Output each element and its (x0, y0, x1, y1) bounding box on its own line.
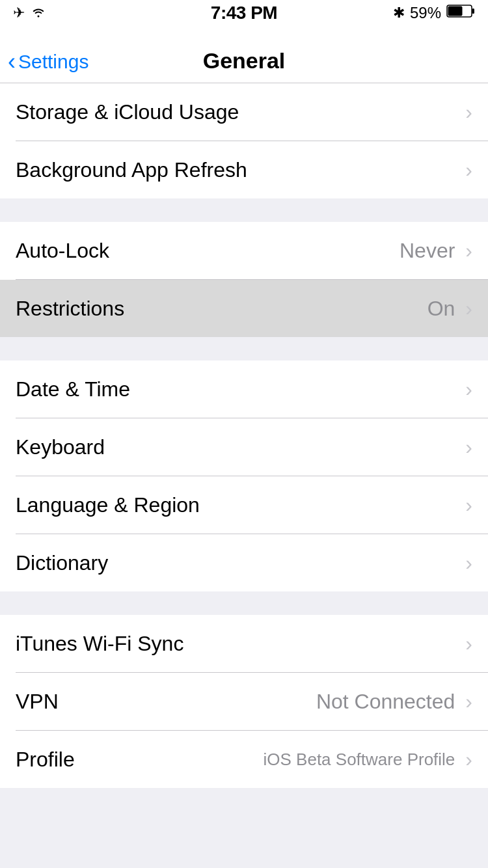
profile-value: iOS Beta Software Profile (264, 750, 455, 770)
chevron-right-icon: › (465, 377, 472, 401)
itunes-wifi-sync-row[interactable]: iTunes Wi-Fi Sync › (0, 615, 488, 672)
keyboard-label: Keyboard (16, 435, 465, 459)
chevron-right-icon: › (465, 297, 472, 321)
section-separator-2 (0, 337, 488, 360)
language-region-row[interactable]: Language & Region › (0, 476, 488, 534)
date-time-row[interactable]: Date & Time › (0, 360, 488, 418)
chevron-right-icon: › (465, 158, 472, 182)
itunes-wifi-sync-label: iTunes Wi-Fi Sync (16, 632, 465, 656)
wifi-icon (31, 5, 46, 21)
chevron-right-icon: › (465, 632, 472, 656)
chevron-right-icon: › (465, 690, 472, 714)
status-bar-time: 7:43 PM (211, 3, 277, 23)
dictionary-label: Dictionary (16, 551, 465, 575)
chevron-right-icon: › (465, 435, 472, 459)
auto-lock-value: Never (400, 239, 455, 263)
storage-label: Storage & iCloud Usage (16, 100, 465, 124)
vpn-value: Not Connected (316, 690, 455, 714)
section-separator-1 (0, 198, 488, 222)
section-separator-3 (0, 591, 488, 615)
nav-bar: ‹ Settings General (0, 26, 488, 83)
airplane-mode-icon: ✈ (13, 5, 25, 21)
section-3: Date & Time › Keyboard › Language & Regi… (0, 360, 488, 591)
section-1: Storage & iCloud Usage › Background App … (0, 83, 488, 198)
svg-rect-1 (472, 8, 475, 14)
battery-percentage: 59% (410, 4, 441, 22)
chevron-right-icon: › (465, 551, 472, 575)
nav-title: General (203, 48, 286, 74)
chevron-right-icon: › (465, 493, 472, 517)
profile-label: Profile (16, 748, 264, 772)
nav-back-button[interactable]: ‹ Settings (0, 50, 88, 74)
vpn-label: VPN (16, 690, 316, 714)
profile-row[interactable]: Profile iOS Beta Software Profile › (0, 731, 488, 788)
restrictions-label: Restrictions (16, 297, 427, 321)
vpn-row[interactable]: VPN Not Connected › (0, 673, 488, 730)
battery-icon (446, 4, 475, 22)
dictionary-row[interactable]: Dictionary › (0, 534, 488, 591)
background-app-refresh-label: Background App Refresh (16, 158, 465, 182)
back-label: Settings (18, 51, 88, 73)
restrictions-value: On (427, 297, 455, 321)
chevron-right-icon: › (465, 239, 472, 263)
svg-rect-2 (448, 7, 463, 16)
restrictions-row[interactable]: Restrictions On › (0, 280, 488, 337)
section-4: iTunes Wi-Fi Sync › VPN Not Connected › … (0, 615, 488, 788)
keyboard-row[interactable]: Keyboard › (0, 418, 488, 476)
auto-lock-row[interactable]: Auto-Lock Never › (0, 222, 488, 279)
auto-lock-label: Auto-Lock (16, 239, 400, 263)
back-chevron-icon: ‹ (8, 50, 16, 74)
storage-row[interactable]: Storage & iCloud Usage › (0, 83, 488, 141)
chevron-right-icon: › (465, 100, 472, 124)
status-bar-left: ✈ (13, 5, 46, 21)
status-bar-right: ✱ 59% (393, 4, 475, 22)
status-bar: ✈ 7:43 PM ✱ 59% (0, 0, 488, 26)
background-app-refresh-row[interactable]: Background App Refresh › (0, 141, 488, 198)
bluetooth-icon: ✱ (393, 5, 405, 21)
date-time-label: Date & Time (16, 377, 465, 401)
chevron-right-icon: › (465, 748, 472, 772)
section-2: Auto-Lock Never › Restrictions On › (0, 222, 488, 337)
language-region-label: Language & Region (16, 493, 465, 517)
